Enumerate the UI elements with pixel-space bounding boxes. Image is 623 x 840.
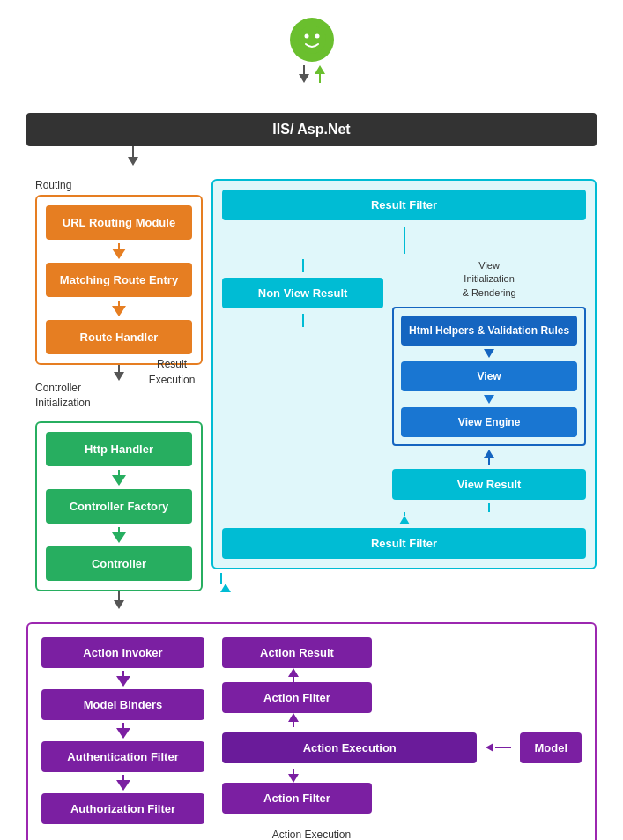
svg-point-2 [315,34,319,39]
bottom-section: Action Invoker Model Binders Authenticat… [26,622,597,840]
bottom-inner: Action Invoker Model Binders Authenticat… [41,637,582,824]
cyan-section: Result Filter [211,179,597,569]
action-result-box: Action Result [222,637,372,668]
page-container: IIS/ Asp.Net Routing URL Routing Module [0,0,623,840]
route-handler-box: Route Handler [46,320,192,354]
view-box: View [401,361,577,391]
authentication-filter-box: Authentication Filter [41,741,204,772]
result-execution-label: ResultExecution [137,356,207,388]
view-engine-box: View Engine [401,407,577,437]
svg-point-0 [298,26,326,54]
http-handler-box: Http Handler [46,432,192,466]
user-face-icon [290,18,334,62]
main-layout: Routing URL Routing Module Matching Rout… [26,179,597,609]
action-execution-row: Action Execution Model [222,732,582,763]
action-execution-box: Action Execution [222,732,477,763]
authorization-filter-box: Authorization Filter [41,793,204,824]
html-helpers-box: Html Helpers & Validation Rules [401,316,577,346]
left-column: Routing URL Routing Module Matching Rout… [26,179,203,609]
model-binders-box: Model Binders [41,689,204,720]
non-view-result-box: Non View Result [222,278,383,308]
green-section: Http Handler Controller Factory Controll… [35,421,203,591]
result-filter-bottom-box: Result Filter [222,528,586,559]
orange-section: URL Routing Module Matching Route Entry … [35,195,203,365]
view-result-box: View Result [392,469,586,500]
routing-label: Routing [35,179,203,191]
view-inner-section: Html Helpers & Validation Rules View Vie… [392,307,586,446]
action-filter-top-box: Action Filter [222,682,372,713]
action-invoker-box: Action Invoker [41,637,204,668]
bottom-right: Action Result Action Filter [222,637,582,824]
controller-factory-box: Controller Factory [46,489,192,524]
bottom-left: Action Invoker Model Binders Authenticat… [41,637,204,824]
action-execution-label: Action Execution [41,829,582,840]
user-icon-container [26,18,597,62]
url-routing-module-box: URL Routing Module [46,205,192,240]
view-init-area: ViewInitialization& Rendering Html Helpe… [392,259,586,512]
action-filter-bottom-box: Action Filter [222,783,372,814]
model-box: Model [520,732,582,763]
iis-bar: IIS/ Asp.Net [26,113,597,146]
controller-box: Controller [46,546,192,581]
matching-route-entry-box: Matching Route Entry [46,263,192,297]
non-view-result-area: Non View Result [222,259,383,512]
view-init-label: ViewInitialization& Rendering [392,259,586,300]
svg-point-1 [304,34,308,39]
result-filter-top-box: Result Filter [222,190,586,220]
right-column: ResultExecution Result Filter [211,179,597,609]
